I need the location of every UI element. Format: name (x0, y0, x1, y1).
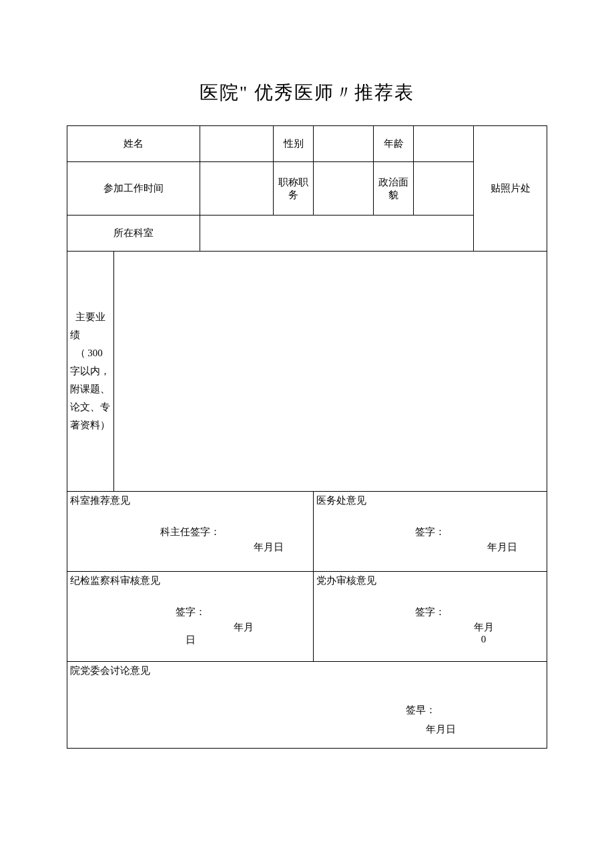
medical-office-box[interactable]: 医务处意见 签字： 年月日 (314, 492, 547, 572)
party-office-sign: 签字： (316, 606, 544, 618)
name-label: 姓名 (67, 126, 200, 162)
work-start-label: 参加工作时间 (67, 162, 200, 215)
photo-area[interactable]: 贴照片处 (474, 126, 547, 252)
party-office-title: 党办审核意见 (316, 574, 544, 587)
committee-sign: 签早： (70, 704, 544, 717)
title-position-value[interactable] (314, 162, 374, 215)
discipline-title: 纪检监察科审核意见 (70, 574, 310, 587)
name-value[interactable] (200, 126, 274, 162)
med-office-sign: 签字： (316, 526, 544, 538)
med-office-date: 年月日 (316, 541, 544, 554)
committee-title: 院党委会讨论意见 (70, 665, 544, 677)
med-office-title: 医务处意见 (316, 494, 544, 507)
party-office-box[interactable]: 党办审核意见 签字： 年月 0 (314, 572, 547, 662)
gender-value[interactable] (314, 126, 374, 162)
discipline-extra: 日 (70, 634, 310, 646)
party-office-extra: 0 (316, 634, 544, 645)
discipline-box[interactable]: 纪检监察科审核意见 签字： 年月 日 (67, 572, 314, 662)
gender-label: 性别 (274, 126, 314, 162)
dept-recommendation-box[interactable]: 科室推荐意见 科主任签字： 年月日 (67, 492, 314, 572)
discipline-sign: 签字： (70, 606, 310, 618)
department-value[interactable] (200, 215, 474, 252)
party-office-date: 年月 (316, 621, 544, 634)
achievement-content[interactable] (114, 252, 547, 492)
committee-date: 年月日 (70, 723, 544, 736)
department-label: 所在科室 (67, 215, 200, 252)
political-label: 政治面貌 (374, 162, 414, 215)
dept-rec-title: 科室推荐意见 (70, 494, 310, 507)
recommendation-form-table: 姓名 性别 年龄 贴照片处 参加工作时间 职称职务 政治面貌 所在科室 主要业绩… (67, 125, 547, 749)
committee-box[interactable]: 院党委会讨论意见 签早： 年月日 (67, 662, 547, 749)
dept-rec-date: 年月日 (70, 541, 310, 554)
age-value[interactable] (414, 126, 474, 162)
dept-rec-sign: 科主任签字： (70, 526, 310, 538)
achievement-label-text: 主要业绩 （ 300字以内，附课题、论文、专著资料） (70, 312, 110, 430)
age-label: 年龄 (374, 126, 414, 162)
work-start-value[interactable] (200, 162, 274, 215)
achievement-label: 主要业绩 （ 300字以内，附课题、论文、专著资料） (67, 252, 114, 492)
title-position-label: 职称职务 (274, 162, 314, 215)
political-value[interactable] (414, 162, 474, 215)
discipline-date: 年月 (70, 621, 310, 634)
form-title: 医院" 优秀医师〃推荐表 (67, 80, 547, 105)
